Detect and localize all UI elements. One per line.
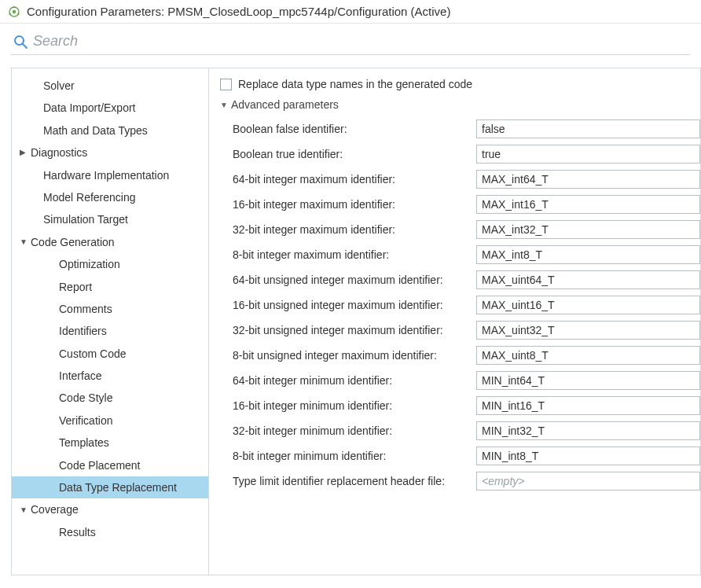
svg-point-4 — [9, 13, 12, 15]
param-input[interactable] — [476, 321, 700, 340]
param-row: 32-bit integer minimum identifier: — [220, 419, 700, 442]
sidebar-item-math-and-data-types[interactable]: Math and Data Types — [12, 119, 208, 141]
param-row: 8-bit integer minimum identifier: — [220, 444, 700, 467]
param-input[interactable] — [476, 421, 700, 440]
sidebar-item-label: Code Style — [59, 389, 112, 406]
sidebar-item-label: Data Import/Export — [43, 99, 136, 116]
sidebar-item-optimization[interactable]: Optimization — [12, 253, 208, 275]
chevron-down-icon: ▼ — [220, 101, 228, 109]
advanced-header-label: Advanced parameters — [231, 98, 339, 111]
sidebar-item-label: Optimization — [59, 255, 120, 273]
param-label: 8-bit unsigned integer maximum identifie… — [233, 349, 476, 362]
param-input[interactable] — [476, 396, 700, 415]
sidebar-item-label: Data Type Replacement — [59, 479, 177, 496]
param-label: Type limit identifier replacement header… — [233, 475, 476, 487]
sidebar-item-custom-code[interactable]: Custom Code — [12, 343, 208, 365]
sidebar-item-simulation-target[interactable]: Simulation Target — [12, 208, 208, 230]
param-label: Boolean true identifier: — [233, 148, 476, 160]
param-input[interactable] — [476, 472, 700, 491]
sidebar-item-results[interactable]: Results — [12, 521, 208, 543]
chevron-down-icon[interactable]: ▼ — [20, 504, 29, 516]
param-input[interactable] — [476, 245, 700, 264]
param-row: 16-bit integer maximum identifier: — [220, 193, 700, 215]
param-label: 64-bit unsigned integer maximum identifi… — [233, 274, 476, 286]
sidebar-item-templates[interactable]: Templates — [12, 432, 208, 454]
sidebar-item-data-import-export[interactable]: Data Import/Export — [12, 97, 208, 119]
sidebar-item-report[interactable]: Report — [12, 276, 208, 298]
sidebar-item-label: Math and Data Types — [43, 122, 148, 139]
param-label: 64-bit integer minimum identifier: — [233, 374, 476, 387]
param-label: Boolean false identifier: — [233, 123, 476, 135]
param-label: 8-bit integer maximum identifier: — [233, 248, 476, 261]
search-wrap[interactable] — [11, 30, 690, 55]
svg-point-2 — [13, 6, 16, 8]
param-input[interactable] — [476, 170, 700, 189]
advanced-section-header[interactable]: ▼ Advanced parameters — [220, 98, 700, 111]
sidebar-item-label: Templates — [59, 434, 109, 451]
sidebar-item-hardware-implementation[interactable]: Hardware Implementation — [12, 164, 208, 186]
param-label: 8-bit integer minimum identifier: — [233, 450, 476, 462]
sidebar-item-label: Model Referencing — [43, 189, 136, 206]
sidebar-item-label: Coverage — [31, 501, 79, 518]
param-row: 32-bit unsigned integer maximum identifi… — [220, 318, 700, 341]
titlebar: Configuration Parameters: PMSM_ClosedLoo… — [0, 0, 701, 24]
sidebar-item-label: Diagnostics — [31, 144, 87, 161]
search-icon — [13, 34, 28, 50]
sidebar-item-code-generation[interactable]: ▼Code Generation — [12, 231, 208, 253]
param-row: 16-bit integer minimum identifier: — [220, 394, 700, 417]
sidebar-item-verification[interactable]: Verification — [12, 410, 208, 432]
param-input[interactable] — [476, 296, 700, 314]
param-input[interactable] — [476, 270, 700, 289]
param-label: 16-bit unsigned integer maximum identifi… — [233, 299, 476, 311]
param-input[interactable] — [476, 220, 700, 239]
sidebar-item-diagnostics[interactable]: ▶Diagnostics — [12, 141, 208, 164]
sidebar-item-coverage[interactable]: ▼Coverage — [12, 498, 208, 520]
param-row: 16-bit unsigned integer maximum identifi… — [220, 293, 700, 316]
param-label: 32-bit integer maximum identifier: — [233, 223, 476, 236]
content-pane: Replace data type names in the generated… — [209, 68, 701, 575]
replace-checkbox-row[interactable]: Replace data type names in the generated… — [220, 78, 700, 90]
param-row: 64-bit integer minimum identifier: — [220, 369, 700, 391]
param-input[interactable] — [476, 195, 700, 214]
sidebar: SolverData Import/ExportMath and Data Ty… — [11, 68, 209, 575]
checkbox-icon[interactable] — [220, 79, 232, 90]
sidebar-item-label: Code Placement — [59, 457, 141, 474]
search-input[interactable] — [33, 33, 688, 50]
param-row: Type limit identifier replacement header… — [220, 469, 700, 492]
sidebar-item-label: Identifiers — [59, 322, 107, 340]
param-input[interactable] — [476, 145, 700, 164]
chevron-right-icon[interactable]: ▶ — [20, 146, 29, 159]
svg-point-1 — [13, 9, 16, 13]
param-input[interactable] — [476, 371, 700, 390]
sidebar-item-label: Simulation Target — [43, 211, 128, 228]
param-input[interactable] — [476, 447, 700, 465]
sidebar-item-interface[interactable]: Interface — [12, 365, 208, 387]
svg-point-3 — [17, 13, 20, 15]
sidebar-item-model-referencing[interactable]: Model Referencing — [12, 186, 208, 208]
param-row: 64-bit unsigned integer maximum identifi… — [220, 268, 700, 291]
main: SolverData Import/ExportMath and Data Ty… — [0, 63, 701, 583]
sidebar-item-identifiers[interactable]: Identifiers — [12, 320, 208, 342]
sidebar-item-label: Report — [59, 278, 92, 296]
sidebar-item-code-placement[interactable]: Code Placement — [12, 454, 208, 476]
param-label: 16-bit integer maximum identifier: — [233, 198, 476, 211]
param-label: 32-bit integer minimum identifier: — [233, 424, 476, 437]
svg-line-6 — [23, 44, 27, 48]
sidebar-item-data-type-replacement[interactable]: Data Type Replacement — [12, 476, 208, 498]
sidebar-item-label: Verification — [59, 412, 112, 429]
sidebar-item-label: Interface — [59, 367, 101, 384]
param-row: Boolean false identifier: — [220, 117, 700, 140]
sidebar-item-code-style[interactable]: Code Style — [12, 387, 208, 409]
window-title: Configuration Parameters: PMSM_ClosedLoo… — [27, 5, 450, 18]
sidebar-item-comments[interactable]: Comments — [12, 298, 208, 320]
param-row: 8-bit unsigned integer maximum identifie… — [220, 344, 700, 366]
sidebar-item-label: Code Generation — [31, 233, 115, 251]
param-row: 32-bit integer maximum identifier: — [220, 218, 700, 241]
sidebar-item-solver[interactable]: Solver — [12, 75, 208, 97]
chevron-down-icon[interactable]: ▼ — [20, 236, 29, 248]
param-row: Boolean true identifier: — [220, 142, 700, 165]
param-input[interactable] — [476, 119, 700, 138]
sidebar-item-label: Solver — [43, 77, 75, 94]
param-input[interactable] — [476, 346, 700, 365]
param-row: 64-bit integer maximum identifier: — [220, 167, 700, 190]
